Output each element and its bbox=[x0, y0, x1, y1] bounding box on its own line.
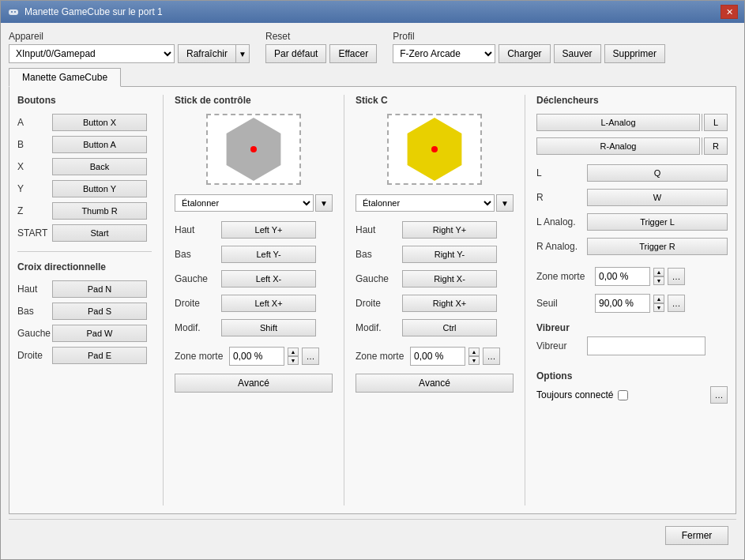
r-btn[interactable]: R bbox=[704, 137, 728, 155]
l-analog-btn[interactable]: L-Analog bbox=[536, 114, 700, 131]
c-modif: Modif. Ctrl bbox=[356, 319, 514, 336]
c-zone-input[interactable] bbox=[410, 347, 465, 366]
window-title: Manette GameCube sur le port 1 bbox=[24, 6, 163, 17]
ctrl-zone-up[interactable]: ▲ bbox=[288, 348, 299, 356]
c-droite-btn[interactable]: Right X+ bbox=[402, 295, 497, 312]
ctrl-bas: Bas Left Y- bbox=[175, 246, 333, 263]
refresh-arrow-button[interactable]: ▼ bbox=[235, 44, 250, 63]
dec-seuil-down[interactable]: ▼ bbox=[653, 303, 664, 312]
ctrl-bas-btn[interactable]: Left Y- bbox=[221, 246, 316, 263]
croix-droite-btn[interactable]: Pad E bbox=[52, 347, 147, 364]
supprimer-button[interactable]: Supprimer bbox=[604, 44, 665, 63]
c-gauche-btn[interactable]: Right X- bbox=[402, 270, 497, 288]
dec-l-row: L Q bbox=[536, 164, 728, 182]
btn-row-z: Z Thumb R bbox=[17, 202, 152, 220]
erase-button[interactable]: Effacer bbox=[329, 44, 377, 63]
tab-content: Boutons A Button X B Button A X Back Y bbox=[9, 87, 736, 514]
btn-b[interactable]: Button A bbox=[52, 136, 147, 153]
charger-button[interactable]: Charger bbox=[499, 44, 550, 63]
ctrl-modif-btn[interactable]: Shift bbox=[221, 319, 316, 336]
croix-bas-btn[interactable]: Pad S bbox=[52, 303, 147, 320]
profile-select[interactable]: F-Zero Arcade bbox=[393, 44, 495, 63]
bottom-bar: Fermer bbox=[9, 519, 736, 551]
dec-seuil-input[interactable] bbox=[595, 294, 650, 313]
l-btn[interactable]: L bbox=[704, 114, 728, 131]
options-dots[interactable]: … bbox=[710, 386, 728, 404]
dec-zone-down[interactable]: ▼ bbox=[653, 276, 664, 285]
c-haut-btn[interactable]: Right Y+ bbox=[402, 221, 497, 239]
btn-start[interactable]: Start bbox=[52, 224, 147, 242]
btn-z[interactable]: Thumb R bbox=[52, 202, 147, 220]
dec-l-btn[interactable]: Q bbox=[587, 164, 728, 182]
fermer-button[interactable]: Fermer bbox=[665, 526, 728, 545]
dec-zone-input[interactable] bbox=[595, 267, 650, 286]
default-button[interactable]: Par défaut bbox=[265, 44, 326, 63]
ctrl-droite-btn[interactable]: Left X+ bbox=[221, 295, 316, 312]
etalonner-c-arrow[interactable]: ▼ bbox=[496, 194, 514, 212]
btn-y[interactable]: Button Y bbox=[52, 180, 147, 197]
stick-ctrl-dot bbox=[250, 146, 257, 152]
btn-a[interactable]: Button X bbox=[52, 114, 147, 131]
c-zone: Zone morte ▲ ▼ … bbox=[356, 347, 514, 366]
c-modif-btn[interactable]: Ctrl bbox=[402, 319, 497, 336]
dec-seuil-up[interactable]: ▲ bbox=[653, 295, 664, 303]
svg-point-2 bbox=[14, 11, 16, 13]
c-avance-btn[interactable]: Avancé bbox=[356, 374, 514, 393]
profile-group: Profil F-Zero Arcade Charger Sauver Supp… bbox=[393, 31, 665, 63]
dec-ranalog-row: R Analog. Trigger R bbox=[536, 238, 728, 255]
etalonner-ctrl-select[interactable]: Étalonner bbox=[175, 194, 314, 212]
dec-zone-up[interactable]: ▲ bbox=[653, 268, 664, 276]
v-divider-2 bbox=[344, 95, 344, 506]
croix-droite: Droite Pad E bbox=[17, 347, 152, 364]
dec-lanalog-row: L Analog. Trigger L bbox=[536, 213, 728, 231]
btn-row-y: Y Button Y bbox=[17, 180, 152, 197]
stick-c-title: Stick C bbox=[356, 95, 514, 106]
c-zone-spin: ▲ ▼ bbox=[468, 348, 480, 365]
stick-c-shape bbox=[403, 118, 466, 181]
btn-x[interactable]: Back bbox=[52, 158, 147, 175]
appareil-group: Appareil XInput/0/Gamepad Rafraîchir ▼ bbox=[9, 31, 250, 63]
close-button[interactable]: ✕ bbox=[721, 5, 738, 19]
vibreur-title: Vibreur bbox=[536, 322, 570, 333]
dec-seuil-dots[interactable]: … bbox=[668, 295, 685, 312]
reset-row: Par défaut Effacer bbox=[265, 44, 377, 63]
c-bas-btn[interactable]: Right Y- bbox=[402, 246, 497, 263]
c-zone-up[interactable]: ▲ bbox=[468, 348, 480, 356]
ctrl-avance-btn[interactable]: Avancé bbox=[175, 374, 333, 393]
svg-rect-0 bbox=[9, 9, 18, 15]
ctrl-droite: Droite Left X+ bbox=[175, 295, 333, 312]
dec-lanalog-btn[interactable]: Trigger L bbox=[587, 213, 728, 231]
croix-gauche: Gauche Pad W bbox=[17, 325, 152, 342]
content-area: Appareil XInput/0/Gamepad Rafraîchir ▼ R… bbox=[1, 23, 744, 559]
stick-ctrl-panel: Stick de contrôle Étalonner ▼ Haut bbox=[175, 95, 333, 506]
dec-r-btn[interactable]: W bbox=[587, 189, 728, 206]
ctrl-zone-dots[interactable]: … bbox=[302, 348, 319, 365]
ctrl-haut-btn[interactable]: Left Y+ bbox=[221, 221, 316, 239]
croix-gauche-btn[interactable]: Pad W bbox=[52, 325, 147, 342]
ctrl-zone-input[interactable] bbox=[229, 347, 284, 366]
boutons-panel: Boutons A Button X B Button A X Back Y bbox=[17, 95, 152, 506]
stick-ctrl-title: Stick de contrôle bbox=[175, 95, 333, 106]
croix-bas: Bas Pad S bbox=[17, 303, 152, 320]
dec-zone-dots[interactable]: … bbox=[668, 268, 685, 285]
c-zone-down[interactable]: ▼ bbox=[468, 356, 480, 365]
tab-manette-gamecube[interactable]: Manette GameCube bbox=[9, 68, 121, 87]
refresh-group: Rafraîchir ▼ bbox=[178, 44, 250, 63]
title-bar-content: Manette GameCube sur le port 1 bbox=[7, 6, 163, 18]
refresh-button[interactable]: Rafraîchir bbox=[178, 44, 235, 63]
etalonner-ctrl-arrow[interactable]: ▼ bbox=[315, 194, 333, 212]
r-analog-btn[interactable]: R-Analog bbox=[536, 137, 700, 155]
c-bas: Bas Right Y- bbox=[356, 246, 514, 263]
c-zone-dots[interactable]: … bbox=[483, 348, 500, 365]
toujours-connecte-checkbox[interactable] bbox=[618, 390, 628, 400]
device-select[interactable]: XInput/0/Gamepad bbox=[9, 44, 175, 63]
croix-haut-btn[interactable]: Pad N bbox=[52, 280, 147, 298]
vibreur-input[interactable] bbox=[587, 336, 705, 355]
title-bar: Manette GameCube sur le port 1 ✕ bbox=[1, 1, 744, 23]
dec-ranalog-btn[interactable]: Trigger R bbox=[587, 238, 728, 255]
ctrl-zone-down[interactable]: ▼ bbox=[288, 356, 299, 365]
ctrl-gauche-btn[interactable]: Left X- bbox=[221, 270, 316, 288]
sauver-button[interactable]: Sauver bbox=[554, 44, 601, 63]
etalonner-c-select[interactable]: Étalonner bbox=[356, 194, 495, 212]
reset-group: Reset Par défaut Effacer bbox=[265, 31, 377, 63]
